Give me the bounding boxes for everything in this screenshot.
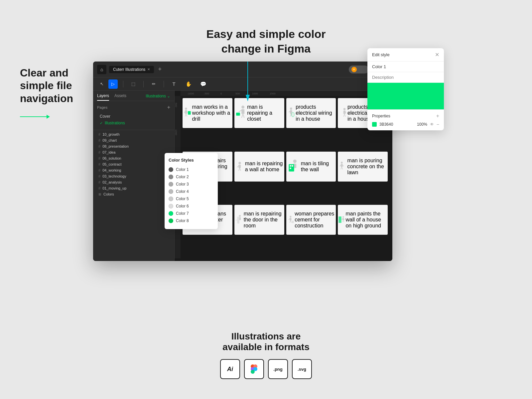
text-tool[interactable]: T	[169, 79, 179, 89]
color-item-5[interactable]: Color 5	[169, 195, 214, 202]
edit-style-name-input[interactable]	[367, 62, 444, 72]
illus-thumb: man is repairing the door in the room	[234, 205, 284, 235]
figma-home-icon[interactable]: ⌂	[97, 65, 106, 74]
add-page-button[interactable]: +	[167, 104, 170, 110]
svg-line-13	[243, 114, 244, 118]
property-color-swatch	[372, 122, 377, 127]
properties-header: Properties +	[372, 113, 439, 119]
color-swatch-7	[169, 211, 173, 216]
edit-style-title-label: Edit style	[372, 52, 390, 57]
avatar: A	[351, 67, 357, 72]
color-item-1[interactable]: Color 1	[169, 166, 214, 173]
svg-line-67	[290, 220, 291, 222]
layer-item[interactable]: # 10_growth	[97, 131, 170, 137]
toolbar-divider-1	[123, 81, 123, 87]
layers-tab[interactable]: Layers	[97, 93, 109, 101]
tab-close-icon[interactable]: ✕	[147, 67, 150, 71]
layer-item[interactable]: # 09_chart	[97, 137, 170, 143]
svg-rect-14	[236, 113, 240, 116]
edit-style-description-input[interactable]	[367, 72, 444, 83]
color-swatch-6	[169, 204, 173, 208]
color-item-7[interactable]: Color 7	[169, 210, 214, 217]
layer-item[interactable]: # 04_working	[97, 167, 170, 173]
illus-thumb: man is pouring concrete on the lawn	[338, 152, 388, 182]
color-swatch-8	[169, 218, 173, 223]
page-illustrations[interactable]: ✓ Illustrations	[97, 120, 170, 126]
svg-line-68	[290, 220, 291, 222]
remove-property-button[interactable]: −	[437, 122, 439, 127]
format-png: .png	[268, 359, 288, 379]
assets-tab[interactable]: Assets	[114, 93, 126, 101]
illus-thumb: products electrical wiring in a house	[286, 98, 336, 128]
comment-tool[interactable]: 💬	[199, 79, 208, 89]
svg-line-24	[343, 114, 344, 117]
top-center-title: Easy and simple color change in Figma	[183, 27, 349, 56]
color-item-4[interactable]: Color 4	[169, 188, 214, 195]
edit-style-properties: Properties + 3B3640 100% 👁 −	[367, 109, 444, 130]
figma-tab-illustrations[interactable]: Cuterr Illustrations ✕	[109, 66, 154, 73]
bottom-section: Illustrations are available in formats A…	[166, 331, 366, 379]
color-swatch-4	[169, 189, 173, 194]
svg-line-37	[240, 168, 241, 171]
color-item-2[interactable]: Color 2	[169, 173, 214, 181]
color-item-8[interactable]: Color 8	[169, 217, 214, 224]
svg-point-9	[241, 106, 244, 109]
svg-point-59	[239, 215, 241, 217]
illus-thumb: man paints the wall of a house on high g…	[338, 205, 388, 235]
format-icons: Ai .png .svg	[166, 359, 366, 379]
hand-tool[interactable]: ✋	[184, 79, 193, 89]
panel-tabs: Layers Assets Illustrations ⌄	[93, 91, 174, 101]
avatar-group: A	[349, 66, 369, 73]
layer-item[interactable]: # 08_presentation	[97, 143, 170, 149]
svg-point-45	[341, 162, 343, 164]
svg-rect-41	[289, 164, 294, 171]
layer-item[interactable]: # 07_idea	[97, 149, 170, 155]
select-tool[interactable]: ▷	[108, 79, 118, 89]
layer-item-colors[interactable]: ▦ Colors	[97, 191, 170, 197]
edit-style-header: Edit style ✕	[367, 48, 444, 62]
layer-item[interactable]: # 01_moving_up	[97, 185, 170, 191]
svg-point-21	[343, 108, 346, 110]
layer-item[interactable]: # 03_technology	[97, 173, 170, 179]
pages-label: Pages	[97, 105, 107, 109]
edit-style-close-button[interactable]: ✕	[435, 52, 439, 58]
add-property-button[interactable]: +	[436, 113, 439, 119]
properties-label: Properties	[372, 114, 390, 118]
bottom-title: Illustrations are available in formats	[166, 331, 366, 352]
color-swatch-3	[169, 182, 173, 187]
property-opacity: 100%	[417, 122, 427, 127]
edit-style-panel: Edit style ✕ Properties + 3B3640 100% 👁 …	[367, 48, 444, 130]
frame-tool[interactable]: ⬚	[129, 79, 138, 89]
page-cover[interactable]: Cover	[97, 113, 170, 120]
move-tool[interactable]: ↖	[97, 79, 106, 89]
svg-marker-1	[246, 95, 250, 101]
layers-section: # 10_growth # 09_chart # 08_presentation…	[93, 130, 174, 199]
add-tab-button[interactable]: +	[157, 66, 163, 73]
svg-rect-76	[339, 216, 342, 223]
toolbar-group-draw: ✏	[149, 79, 158, 89]
layer-item[interactable]: # 05_contract	[97, 161, 170, 167]
visibility-icon[interactable]: 👁	[430, 122, 434, 127]
layer-item[interactable]: # 06_solution	[97, 155, 170, 161]
svg-line-12	[242, 114, 243, 118]
illustrations-tab[interactable]: Illustrations ⌄	[146, 93, 170, 101]
color-styles-panel: Color Styles Color 1 Color 2 Color 3 Col…	[165, 153, 218, 229]
color-item-6[interactable]: Color 6	[169, 202, 214, 210]
color-preview	[367, 83, 444, 109]
figma-topbar: ⌂ Cuterr Illustrations ✕ + A Share	[93, 62, 392, 77]
color-item-3[interactable]: Color 3	[169, 181, 214, 188]
svg-point-70	[342, 216, 344, 218]
svg-point-64	[290, 216, 291, 217]
svg-rect-62	[237, 217, 239, 223]
left-section: Clear and simple file navigation	[20, 66, 93, 119]
layer-item[interactable]: # 02_analysis	[97, 179, 170, 185]
pen-tool[interactable]: ✏	[149, 79, 158, 89]
svg-line-6	[185, 114, 186, 117]
figma-left-panel: Layers Assets Illustrations ⌄ Pages + Co…	[93, 91, 175, 261]
toolbar-group-select: ↖ ▷	[97, 79, 118, 89]
svg-point-15	[290, 107, 292, 110]
teal-arrow	[244, 62, 251, 105]
svg-point-38	[293, 159, 296, 163]
svg-rect-3	[185, 110, 187, 113]
svg-line-75	[343, 220, 344, 222]
